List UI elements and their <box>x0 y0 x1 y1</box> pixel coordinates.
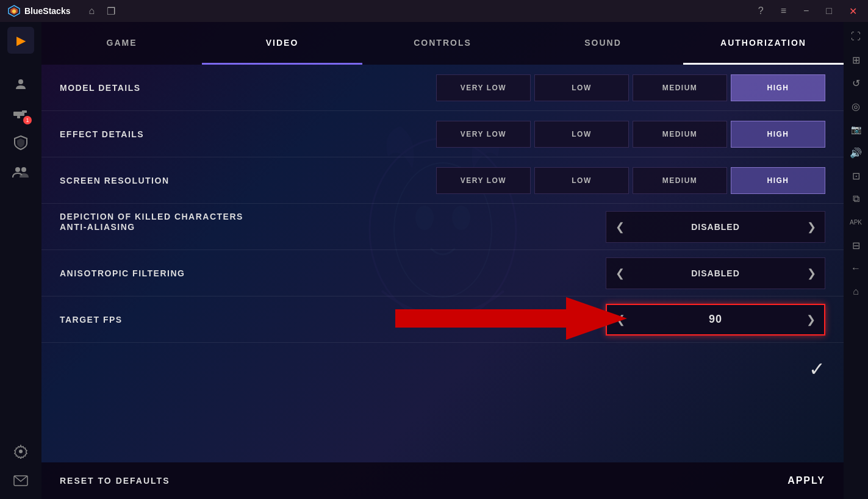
sidebar-group-icon[interactable] <box>7 159 34 185</box>
model-details-label: MODEL DETAILS <box>60 83 365 93</box>
sidebar-play-button[interactable]: ▶ <box>7 27 34 54</box>
right-rotate-icon[interactable]: ↺ <box>846 73 866 93</box>
right-back-icon[interactable]: ← <box>846 259 866 278</box>
app-logo: BlueStacks <box>7 4 70 18</box>
svg-point-3 <box>18 79 23 84</box>
depiction-row: DEPICTION OF KILLED CHARACTERS Killed ch… <box>41 343 844 395</box>
anisotropic-filtering-value: DISABLED <box>633 268 798 278</box>
svg-point-8 <box>21 167 26 172</box>
app-title-text: BlueStacks <box>24 6 70 16</box>
right-apk-icon[interactable]: APK <box>846 212 866 232</box>
target-fps-controls: ❮ 90 ❯ <box>606 304 825 336</box>
tab-authorization[interactable]: AUTHORIZATION <box>683 22 844 65</box>
right-grid-icon[interactable]: ⊞ <box>846 50 866 70</box>
depiction-label-group: DEPICTION OF KILLED CHARACTERS Killed ch… <box>60 345 285 393</box>
mail-svg-icon <box>13 475 28 486</box>
model-details-high[interactable]: HIGH <box>731 74 825 101</box>
sidebar-profile-icon[interactable] <box>7 71 34 98</box>
left-sidebar: ▶ 1 <box>0 22 41 499</box>
anti-aliasing-right-arrow[interactable]: ❯ <box>798 212 825 242</box>
effect-details-label: EFFECT DETAILS <box>60 129 365 139</box>
gun-badge: 1 <box>23 116 32 124</box>
main-content: GAME VIDEO CONTROLS SOUND AUTHORIZATION … <box>41 22 844 499</box>
right-layers-icon[interactable]: ⧉ <box>846 189 866 209</box>
anisotropic-filtering-selector: ❮ DISABLED ❯ <box>606 257 825 289</box>
right-fullscreen-icon[interactable]: ⛶ <box>846 27 866 46</box>
anti-aliasing-value: DISABLED <box>633 222 798 232</box>
screen-resolution-high[interactable]: HIGH <box>731 167 825 194</box>
tab-controls[interactable]: CONTROLS <box>362 22 523 65</box>
app-title-bar: BlueStacks ⌂ ❐ ? ≡ − □ ✕ <box>0 0 868 22</box>
target-fps-value: 90 <box>634 313 797 326</box>
screen-resolution-row: SCREEN RESOLUTION VERY LOW LOW MEDIUM HI… <box>41 157 844 204</box>
anti-aliasing-selector: ❮ DISABLED ❯ <box>606 211 825 243</box>
right-volume-icon[interactable]: 🔊 <box>846 143 866 162</box>
model-details-controls: VERY LOW LOW MEDIUM HIGH <box>436 74 825 101</box>
anti-aliasing-left-arrow[interactable]: ❮ <box>606 212 633 242</box>
anisotropic-filtering-left-arrow[interactable]: ❮ <box>606 258 633 289</box>
svg-point-9 <box>19 450 23 453</box>
window-controls: ? ≡ − □ ✕ <box>755 4 861 18</box>
sidebar-mail-icon[interactable] <box>7 467 34 494</box>
screen-resolution-low[interactable]: LOW <box>534 167 629 194</box>
model-details-low[interactable]: LOW <box>534 74 629 101</box>
red-arrow-annotation <box>395 294 627 345</box>
close-button[interactable]: ✕ <box>845 4 861 18</box>
svg-point-7 <box>15 167 20 172</box>
settings-area: MODEL DETAILS VERY LOW LOW MEDIUM HIGH E… <box>41 65 844 462</box>
screen-resolution-medium[interactable]: MEDIUM <box>633 167 727 194</box>
depiction-checkmark[interactable]: ✓ <box>809 357 825 381</box>
screen-resolution-label: SCREEN RESOLUTION <box>60 176 365 185</box>
right-home-icon[interactable]: ⌂ <box>846 282 866 301</box>
titlebar-nav: ⌂ ❐ <box>88 5 115 17</box>
bottom-bar: RESET TO DEFAULTS APPLY <box>41 462 844 499</box>
effect-details-row: EFFECT DETAILS VERY LOW LOW MEDIUM HIGH <box>41 111 844 157</box>
annotation-arrow-svg <box>395 294 627 343</box>
model-details-very-low[interactable]: VERY LOW <box>436 74 531 101</box>
right-screenshot-icon[interactable]: 📷 <box>846 120 866 139</box>
screen-resolution-controls: VERY LOW LOW MEDIUM HIGH <box>436 167 825 194</box>
menu-button[interactable]: ≡ <box>777 4 790 18</box>
model-details-medium[interactable]: MEDIUM <box>633 74 727 101</box>
play-icon: ▶ <box>16 33 26 48</box>
home-icon[interactable]: ⌂ <box>88 5 95 17</box>
tab-game[interactable]: GAME <box>41 22 202 65</box>
target-fps-selector: ❮ 90 ❯ <box>606 304 825 336</box>
anti-aliasing-controls: ❮ DISABLED ❯ <box>606 211 825 243</box>
group-svg-icon <box>12 165 29 179</box>
effect-details-high[interactable]: HIGH <box>731 121 825 148</box>
target-fps-right-arrow[interactable]: ❯ <box>797 305 824 334</box>
svg-rect-6 <box>17 116 20 118</box>
model-details-row: MODEL DETAILS VERY LOW LOW MEDIUM HIGH <box>41 65 844 111</box>
effect-details-very-low[interactable]: VERY LOW <box>436 121 531 148</box>
effect-details-low[interactable]: LOW <box>534 121 629 148</box>
sidebar-settings-icon[interactable] <box>7 438 34 465</box>
apply-button[interactable]: APPLY <box>787 475 825 486</box>
settings-svg-icon <box>13 444 28 459</box>
anisotropic-filtering-right-arrow[interactable]: ❯ <box>798 258 825 289</box>
sidebar-shield-icon[interactable] <box>7 129 34 156</box>
svg-marker-16 <box>395 297 627 340</box>
tab-video[interactable]: VIDEO <box>202 22 362 65</box>
minimize-button[interactable]: − <box>800 4 812 18</box>
right-circle-icon[interactable]: ◎ <box>846 96 866 116</box>
profile-svg-icon <box>13 77 28 92</box>
effect-details-medium[interactable]: MEDIUM <box>633 121 727 148</box>
depiction-label: DEPICTION OF KILLED CHARACTERS <box>60 212 285 462</box>
shield-svg-icon <box>13 135 28 151</box>
maximize-button[interactable]: □ <box>822 4 836 18</box>
reset-defaults-button[interactable]: RESET TO DEFAULTS <box>60 476 170 486</box>
anisotropic-filtering-controls: ❮ DISABLED ❯ <box>606 257 825 289</box>
right-share-icon[interactable]: ⊡ <box>846 166 866 185</box>
right-sidebar: ⛶ ⊞ ↺ ◎ 📷 🔊 ⊡ ⧉ APK ⊟ ← ⌂ <box>844 22 868 499</box>
target-fps-left-arrow[interactable]: ❮ <box>607 305 634 334</box>
window-icon[interactable]: ❐ <box>107 5 115 17</box>
screen-resolution-very-low[interactable]: VERY LOW <box>436 167 531 194</box>
tab-sound[interactable]: SOUND <box>523 22 683 65</box>
sidebar-gun-icon[interactable]: 1 <box>7 100 34 127</box>
svg-rect-5 <box>22 110 27 113</box>
help-button[interactable]: ? <box>755 4 767 18</box>
right-expand-icon[interactable]: ⊟ <box>846 235 866 255</box>
effect-details-controls: VERY LOW LOW MEDIUM HIGH <box>436 121 825 148</box>
bluestacks-logo-icon <box>7 4 21 18</box>
